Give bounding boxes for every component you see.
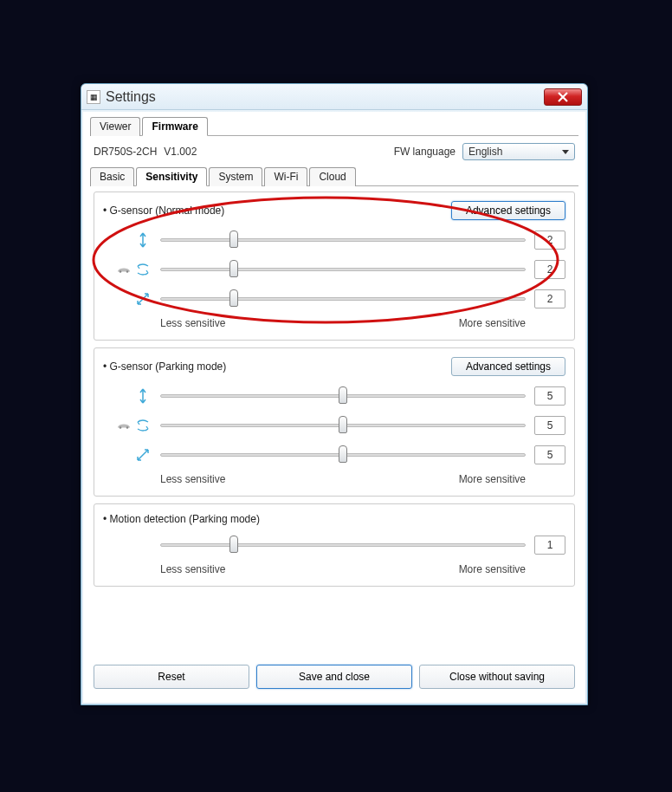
chevron-down-icon — [562, 150, 569, 154]
advanced-settings-normal-button[interactable]: Advanced settings — [451, 201, 565, 220]
slider-knob[interactable] — [339, 386, 347, 404]
slider-knob[interactable] — [229, 230, 238, 248]
car-icon — [115, 417, 132, 434]
slider-track[interactable] — [160, 543, 526, 547]
sub-tabs: Basic Sensitivity System Wi-Fi Cloud — [90, 167, 578, 186]
more-sensitive-label: More sensitive — [459, 473, 526, 485]
group-title-motion: • Motion detection (Parking mode) — [103, 513, 260, 525]
slider-parking-longitudinal: 5 — [103, 440, 565, 470]
svg-point-3 — [120, 426, 122, 429]
group-title-parking: • G-sensor (Parking mode) — [103, 360, 226, 373]
group-gsensor-parking: • G-sensor (Parking mode) Advanced setti… — [94, 347, 575, 497]
tab-viewer[interactable]: Viewer — [90, 117, 140, 136]
advanced-settings-parking-button[interactable]: Advanced settings — [451, 357, 565, 376]
less-sensitive-label: Less sensitive — [160, 317, 225, 329]
group-gsensor-normal: • G-sensor (Normal mode) Advanced settin… — [94, 192, 575, 341]
slider-track[interactable] — [160, 238, 526, 242]
lateral-arrows-icon — [134, 261, 152, 278]
sensitivity-scale-labels: Less sensitive More sensitive — [160, 473, 526, 485]
slider-knob[interactable] — [229, 260, 238, 277]
slider-value: 5 — [534, 386, 565, 406]
svg-point-0 — [120, 270, 122, 273]
tab-firmware[interactable]: Firmware — [142, 117, 207, 136]
window-title: Settings — [106, 89, 544, 105]
more-sensitive-label: More sensitive — [459, 563, 526, 575]
slider-parking-lateral: 5 — [103, 411, 565, 440]
sensitivity-scale-labels: Less sensitive More sensitive — [160, 563, 526, 575]
diagonal-arrows-icon — [134, 290, 152, 308]
reset-button[interactable]: Reset — [94, 665, 249, 689]
slider-value: 2 — [534, 289, 565, 308]
fw-language-value: English — [468, 146, 502, 158]
slider-knob[interactable] — [339, 445, 347, 463]
vertical-arrows-icon — [134, 387, 152, 405]
close-without-saving-button[interactable]: Close without saving — [419, 665, 575, 689]
firmware-info-bar: DR750S-2CH V1.002 FW language English — [90, 136, 578, 167]
slider-value: 2 — [534, 260, 565, 279]
slider-normal-vertical: 2 — [103, 225, 565, 255]
slider-normal-longitudinal: 2 — [103, 284, 565, 314]
less-sensitive-label: Less sensitive — [160, 563, 225, 575]
diagonal-arrows-icon — [134, 446, 152, 464]
fw-language-select[interactable]: English — [462, 143, 575, 160]
sensitivity-scale-labels: Less sensitive More sensitive — [160, 317, 526, 329]
settings-window: ▦ Settings Viewer Firmware DR750S-2CH V1… — [81, 83, 588, 705]
tab-basic[interactable]: Basic — [90, 167, 134, 186]
slider-knob[interactable] — [229, 536, 238, 553]
group-title-normal: • G-sensor (Normal mode) — [103, 204, 224, 217]
close-window-button[interactable] — [544, 88, 582, 106]
slider-value: 5 — [534, 445, 565, 464]
slider-value: 2 — [534, 230, 565, 250]
slider-track[interactable] — [160, 268, 526, 271]
client-area: Viewer Firmware DR750S-2CH V1.002 FW lan… — [83, 112, 585, 703]
tab-system[interactable]: System — [209, 167, 262, 186]
slider-knob[interactable] — [229, 289, 238, 307]
slider-track[interactable] — [160, 297, 526, 301]
fw-language-label: FW language — [394, 146, 456, 158]
slider-knob[interactable] — [339, 416, 347, 433]
slider-track[interactable] — [160, 424, 526, 427]
tab-cloud[interactable]: Cloud — [309, 167, 355, 186]
slider-normal-lateral: 2 — [103, 255, 565, 284]
save-and-close-button[interactable]: Save and close — [256, 665, 412, 689]
top-tabs: Viewer Firmware — [90, 117, 578, 136]
lateral-arrows-icon — [134, 417, 152, 434]
vertical-arrows-icon — [134, 231, 152, 249]
firmware-version: V1.002 — [164, 146, 197, 158]
app-icon: ▦ — [87, 90, 100, 104]
slider-motion: 1 — [103, 530, 565, 560]
slider-value: 5 — [534, 416, 565, 435]
less-sensitive-label: Less sensitive — [160, 473, 225, 485]
titlebar: ▦ Settings — [81, 84, 587, 110]
tab-wifi[interactable]: Wi-Fi — [264, 167, 307, 186]
footer-buttons: Reset Save and close Close without savin… — [90, 656, 578, 694]
group-motion-detection: • Motion detection (Parking mode) 1 Less… — [94, 503, 575, 587]
slider-track[interactable] — [160, 394, 526, 398]
close-icon — [558, 92, 568, 102]
svg-point-4 — [126, 426, 129, 429]
device-model: DR750S-2CH — [94, 146, 157, 158]
car-icon — [115, 261, 132, 278]
tab-sensitivity[interactable]: Sensitivity — [136, 167, 207, 186]
slider-track[interactable] — [160, 453, 526, 457]
more-sensitive-label: More sensitive — [459, 317, 526, 329]
svg-point-1 — [126, 270, 129, 273]
slider-parking-vertical: 5 — [103, 381, 565, 411]
slider-value: 1 — [534, 536, 565, 555]
sensitivity-panel: • G-sensor (Normal mode) Advanced settin… — [90, 186, 578, 587]
